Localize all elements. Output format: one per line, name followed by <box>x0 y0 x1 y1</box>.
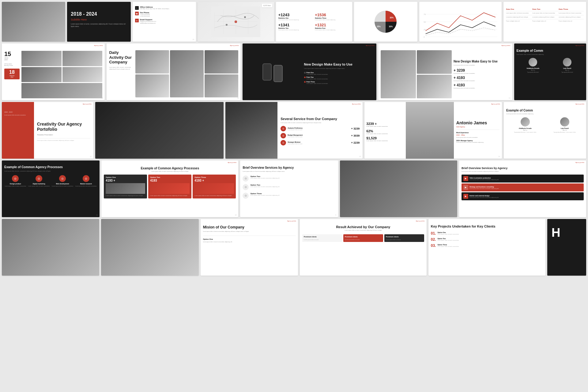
slide-inner: 2018 - 2024 Subtitle Here Lorem ipsum do… <box>67 2 130 42</box>
slide-num: 9 <box>335 214 336 216</box>
nd-photo-2 <box>417 50 452 74</box>
slide-inner: Agency portfolio 15 June 2024 UK Expedit… <box>2 43 105 100</box>
cal-photo-3 <box>21 67 62 82</box>
email-value: info@yourcompanyname.com celloffice@your… <box>140 21 156 24</box>
partial-h-text: H <box>552 226 584 239</box>
opt3-num: 4193 + <box>194 179 234 182</box>
bod-desc: Lorem ipsum dolor sit amet consectetur a… <box>462 171 584 172</box>
slide-photo-people <box>2 219 99 276</box>
option-one-box: Option One 4193 + Lorem ipsum dolor sit … <box>104 175 147 198</box>
slide-r1s7: 0 25 50 75 <box>419 2 502 42</box>
opt3-photo <box>194 183 234 194</box>
slide-partial-black: Agency portfolio Example of Comm Lorem i… <box>514 43 586 100</box>
result-title: Result Achieved by Our Company <box>302 225 424 229</box>
stat-desc-1: Lorem ipsum dolor sit amet adipiscing <box>278 19 313 21</box>
slide-key-projects: Key Projects Undertaken for Key Clients … <box>428 219 545 276</box>
slide-num: 17 <box>90 156 92 157</box>
stat-desc-2: Lorem ipsum dolor sit amet adipiscing <box>315 19 349 21</box>
stat-desc-3: Lorem ipsum dolor sit amet adipiscing <box>278 29 313 31</box>
row-5: Agency portfolio Mision of Our Company L… <box>0 217 588 277</box>
creativity-title: Creativity Our Agency Portofolio <box>37 122 90 132</box>
slide-several-service: Agency portfolio Several Service from Ou… <box>225 102 363 159</box>
slide-r1s5: +1243 Statistics One Lorem ipsum dolor s… <box>276 2 352 42</box>
slide-antonio: Agency portfolio 3239 + Lorem ipsum dolo… <box>364 102 502 159</box>
slide-inner: +1243 Statistics One Lorem ipsum dolor s… <box>276 2 352 42</box>
bo-option-3: ◎ Option Three Lorem ipsum dolor sit ame… <box>243 193 335 199</box>
cell-3-1: Fusce volutpat metus vel <box>506 20 531 22</box>
svg-point-3 <box>226 24 228 26</box>
slide-inner: Agency portfolio Mision of Our Company L… <box>201 219 298 276</box>
date1-day: 15 <box>4 51 20 57</box>
comm-profile-1: Adalberto Arcado Agency Typography Assis… <box>506 117 544 133</box>
slide-inner: 20 ⌂ Office Address 1234 Main Street, Ne… <box>133 2 196 42</box>
nd-stat-2: + 4193 Lorem ipsum dolor sit amet consec… <box>454 76 510 81</box>
kp-item-1: 01. Option One Lorem ipsum dolor sit ame… <box>431 232 543 235</box>
opt1-label: Option One <box>106 176 145 178</box>
antonio-info: Antonio James CEO Agency Work Experience… <box>454 102 502 159</box>
agency-label: Agency portfolio <box>575 162 584 163</box>
row-1: 2018 - 2024 Subtitle Here Lorem ipsum do… <box>0 0 588 42</box>
agency-label: Agency portfolio <box>502 45 511 46</box>
stat-item-3: +1341 Statistics Two Lorem ipsum dolor s… <box>278 23 313 31</box>
client-box-red: Prominent clients Lorem ipsum dolor sit … <box>343 234 383 242</box>
phone-area <box>243 43 303 100</box>
slide-inner: Agency portfolio Several Service from Ou… <box>225 102 363 159</box>
slide-num-cal: 13 <box>101 97 103 99</box>
date2-day: 18 <box>6 70 18 75</box>
slide-large-photo-2 <box>340 160 457 217</box>
svg-text:30%: 30% <box>389 25 393 28</box>
antonio-name: Antonio James <box>456 121 499 125</box>
icon-item-4: ◎ Market research Lorem ipsum dolor sit … <box>75 175 97 187</box>
new-design-text: New Design Make Easy to Use Lorem ipsum … <box>303 43 377 100</box>
stat-num-2: +1536 <box>315 13 349 17</box>
opt2-num: 4193 <box>150 179 190 182</box>
dark-photo-bg <box>95 102 224 159</box>
cell-3-3: Fusce volutpat metus vel <box>559 20 584 22</box>
example-comm-2-desc: Lorem ipsum dolor sit amet consectetur a… <box>506 113 584 115</box>
year-range: 2018 - 2024 <box>71 11 127 17</box>
nd-photo-3 <box>417 75 452 98</box>
mission-desc: Lorem ipsum dolor sit amet consectetur a… <box>203 231 296 232</box>
slide-example-comm-2: Agency portfolio Example of Comm Lorem i… <box>504 102 586 159</box>
kp-title: Key Projects Undertaken for Key Clients <box>431 224 543 228</box>
icon-item-3: ◎ Web development Lorem ipsum dolor sit … <box>51 175 74 187</box>
date2-year: 2024 <box>6 77 18 78</box>
bod-svc-3: ▶ Interior and external design Lorem ips… <box>462 192 584 200</box>
office-detail: 1234 Main Street, New York, NY 10001, Un… <box>140 8 169 10</box>
service-item-3: ◎ Strategic Mindset Lorem ipsum dolor si… <box>281 140 360 145</box>
slide-brief-overview-dark: Agency portfolio Brief Overview Services… <box>459 160 586 217</box>
agency-label: Agency portfolio <box>287 220 296 222</box>
date1-year: 2024 <box>4 59 20 61</box>
profiles-row: Adalberto Arcado Agency Typography Assis… <box>517 58 584 73</box>
cal-photo-2 <box>62 51 103 66</box>
agency-label: Agency portfolio <box>352 103 361 105</box>
slide-r1s1 <box>2 2 65 42</box>
slide-partial-h: H <box>547 219 586 276</box>
slide-inner: Key Projects Undertaken for Key Clients … <box>428 219 545 276</box>
slide-inner: 6,075 Now <box>198 2 274 42</box>
bo-title: Brief Overview Services by Agency <box>243 166 335 170</box>
point-3: Point Three Lorem ipsum dolor sit amet c… <box>304 81 374 84</box>
slide-daily-activity: Agency portfolio Daily Activity Our Comp… <box>107 43 240 100</box>
col-header-3: Data Three <box>559 8 584 10</box>
cal-photo-4 <box>62 67 103 82</box>
eo-desc: Lorem ipsum dolor sit amet consectetur a… <box>104 171 236 172</box>
daily-text: Daily Activity Our Company Lorem ipsum d… <box>109 50 134 98</box>
icon-item-2: ◎ Digital marketing Lorem ipsum dolor si… <box>28 175 50 187</box>
red-panel: 2023 - 2024 Lorem ipsum dolor sit amet c… <box>2 102 34 159</box>
desc-text: Lorem ipsum dolor sit amet, consectetur … <box>71 23 127 28</box>
expedition-label: UK ExpeditionMeeting, Dream <box>4 63 20 66</box>
eo-title: Example of Common Agency Processes <box>104 167 236 170</box>
comm-profile-2: Laie Pasuli Agency Typography Assistant.… <box>546 117 584 133</box>
creativity-year: 2023 - 2024 <box>4 111 32 113</box>
antonio-work-desc: Lorem ipsum dolor sit amet consectetur <box>456 137 499 138</box>
creativity-subtitle: Templates Presentation <box>37 134 90 136</box>
slide-r1s4: 6,075 Now <box>198 2 274 42</box>
stat-desc-4: Lorem ipsum dolor sit amet adipiscing <box>315 29 349 31</box>
opt1-num: 4193 + <box>106 179 145 182</box>
photo-bg-2 <box>340 160 457 217</box>
option-two-box: Option Two 4193 Lorem ipsum dolor sit am… <box>148 175 191 198</box>
row-3: Agency portfolio 2023 - 2024 Lorem ipsum… <box>0 100 588 159</box>
daily-photo-4 <box>135 74 169 98</box>
svg-text:50: 50 <box>424 21 426 23</box>
